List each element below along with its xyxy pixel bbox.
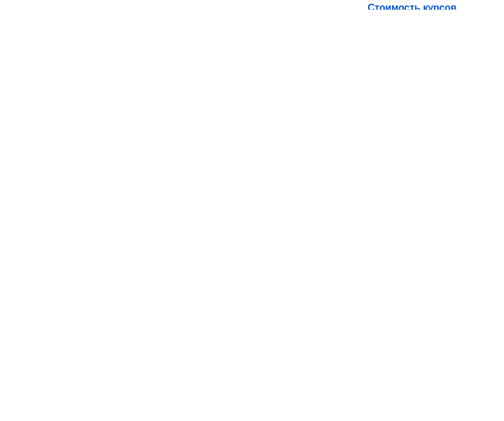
price-title-line1: Стоимость курсов xyxy=(368,2,457,10)
price-table-title: Стоимость курсов (файл price.csv) xyxy=(336,2,488,10)
